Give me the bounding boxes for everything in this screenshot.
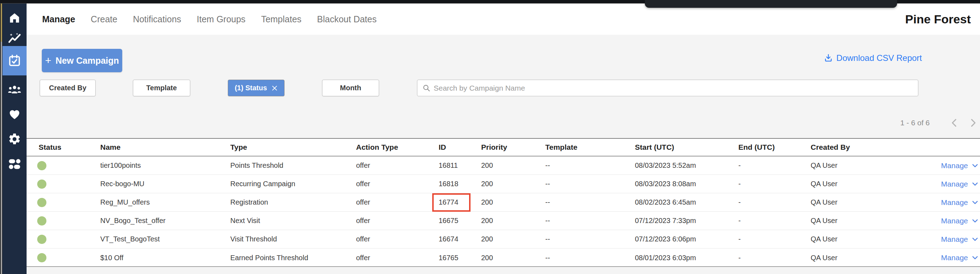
chevron-down-icon — [972, 254, 978, 261]
cell-start-utc: 08/01/2023 6:03pm — [635, 254, 738, 262]
cell-start-utc: 07/12/2023 6:06pm — [635, 235, 738, 243]
cell-start-utc: 08/02/2023 6:45am — [635, 198, 738, 206]
home-icon — [8, 12, 21, 24]
manage-dropdown-button[interactable]: Manage — [941, 198, 978, 207]
col-header-action-type: Action Type — [356, 143, 439, 152]
sidebar-item-audience[interactable] — [3, 77, 27, 102]
brand-name: Pine Forest — [905, 3, 971, 35]
sidebar-item-apps[interactable] — [3, 152, 27, 176]
tab-notifications[interactable]: Notifications — [133, 14, 181, 24]
filter-status-button[interactable]: (1) Status — [228, 80, 285, 96]
cell-template: -- — [545, 162, 635, 169]
cell-created-by: QA User — [811, 235, 910, 243]
table-row: Rec-bogo-MU Recurring Campaign offer 168… — [27, 175, 980, 193]
cell-type: Registration — [230, 198, 356, 206]
filter-created-by-button[interactable]: Created By — [40, 80, 95, 96]
cell-created-by: QA User — [811, 198, 910, 206]
pagination-prev-button[interactable] — [950, 118, 959, 128]
search-input[interactable] — [434, 84, 913, 92]
cell-type: Earned Points Threshold — [230, 254, 356, 262]
download-csv-link[interactable]: Download CSV Report — [824, 52, 922, 64]
cell-id: 16811 — [439, 162, 481, 169]
manage-label: Manage — [941, 180, 968, 188]
cell-name: NV_Bogo_Test_offer — [100, 217, 230, 225]
cell-id: 16674 — [439, 235, 481, 243]
table-row: VT_Test_BogoTest Visit Threshold offer 1… — [27, 230, 980, 249]
cell-created-by: QA User — [811, 162, 910, 169]
audience-icon — [7, 82, 22, 97]
cell-id: 16818 — [439, 180, 481, 188]
new-campaign-label: New Campaign — [56, 55, 119, 66]
plus-icon: + — [45, 55, 51, 66]
apps-icon — [8, 157, 22, 171]
search-icon — [422, 84, 431, 92]
main-content: + New Campaign Download CSV Report Creat… — [27, 35, 980, 274]
cell-action-type: offer — [356, 180, 439, 188]
table-header-row: Status Name Type Action Type ID Priority… — [27, 139, 980, 157]
sidebar-item-loyalty[interactable] — [3, 102, 27, 127]
status-active-dot — [37, 198, 46, 207]
analytics-icon — [8, 32, 21, 46]
table-row-highlighted: Reg_MU_offers Registration offer 16774 2… — [27, 193, 980, 212]
sidebar-item-settings[interactable] — [3, 127, 27, 152]
tab-item-groups[interactable]: Item Groups — [197, 14, 245, 24]
chevron-down-icon — [972, 199, 978, 206]
cell-name: VT_Test_BogoTest — [100, 235, 230, 243]
status-active-dot — [37, 253, 46, 262]
cell-template: -- — [545, 217, 635, 225]
col-header-priority: Priority — [481, 143, 545, 152]
loyalty-heart-icon — [8, 108, 21, 121]
cell-end-utc: - — [738, 162, 811, 169]
cell-end-utc: - — [738, 235, 811, 243]
cell-type: Next Visit — [230, 217, 356, 225]
chevron-down-icon — [972, 181, 978, 188]
chevron-down-icon — [972, 162, 978, 169]
sidebar — [3, 3, 27, 274]
col-header-id: ID — [439, 143, 481, 152]
cell-action-type: offer — [356, 198, 439, 206]
manage-dropdown-button[interactable]: Manage — [941, 217, 978, 225]
pagination-next-button[interactable] — [968, 118, 978, 128]
cell-action-type: offer — [356, 254, 439, 262]
tab-create[interactable]: Create — [91, 14, 117, 24]
cell-end-utc: - — [738, 180, 811, 188]
cell-priority: 200 — [481, 180, 545, 188]
filter-created-by-label: Created By — [49, 84, 86, 92]
campaigns-table: Status Name Type Action Type ID Priority… — [27, 138, 980, 267]
chevron-right-icon — [968, 118, 978, 128]
cell-template: -- — [545, 180, 635, 188]
cell-template: -- — [545, 235, 635, 243]
col-header-end-utc: End (UTC) — [738, 143, 811, 152]
pagination: 1 - 6 of 6 — [900, 117, 978, 129]
status-active-dot — [37, 235, 46, 244]
clear-filter-close-icon[interactable] — [271, 85, 278, 91]
cell-priority: 200 — [481, 254, 545, 262]
tab-manage[interactable]: Manage — [42, 14, 75, 24]
manage-label: Manage — [941, 253, 968, 262]
new-campaign-button[interactable]: + New Campaign — [42, 49, 122, 72]
manage-label: Manage — [941, 198, 968, 207]
top-nav-tabs: Manage Create Notifications Item Groups … — [42, 3, 377, 35]
filter-status-label: (1) Status — [235, 84, 267, 92]
cell-end-utc: - — [738, 254, 811, 262]
filter-month-button[interactable]: Month — [322, 80, 379, 96]
table-row: NV_Bogo_Test_offer Next Visit offer 1667… — [27, 212, 980, 230]
tab-templates[interactable]: Templates — [261, 14, 302, 24]
manage-label: Manage — [941, 235, 968, 244]
cell-created-by: QA User — [811, 254, 910, 262]
manage-dropdown-button[interactable]: Manage — [941, 253, 978, 262]
manage-dropdown-button[interactable]: Manage — [941, 235, 978, 244]
manage-dropdown-button[interactable]: Manage — [941, 162, 978, 170]
status-active-dot — [37, 179, 46, 189]
cell-type: Recurring Campaign — [230, 180, 356, 188]
manage-dropdown-button[interactable]: Manage — [941, 180, 978, 188]
tab-blackout-dates[interactable]: Blackout Dates — [317, 14, 377, 24]
cell-template: -- — [545, 254, 635, 262]
sidebar-item-campaigns[interactable] — [3, 46, 27, 75]
cell-action-type: offer — [356, 217, 439, 225]
cell-created-by: QA User — [811, 180, 910, 188]
cell-priority: 200 — [481, 198, 545, 206]
cell-template: -- — [545, 198, 635, 206]
col-header-status: Status — [27, 143, 100, 152]
filter-template-button[interactable]: Template — [133, 80, 190, 96]
